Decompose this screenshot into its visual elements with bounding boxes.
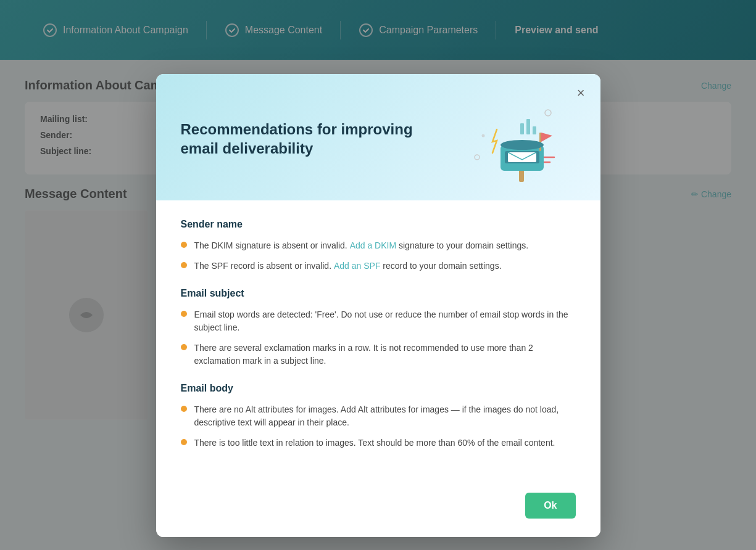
modal-title: Recommendations for improving email deli… xyxy=(181,120,415,158)
svg-point-13 xyxy=(501,140,544,150)
modal-body: Sender name The DKIM signature is absent… xyxy=(156,200,600,480)
bullet-icon xyxy=(181,242,187,248)
alt-attributes-text: There are no Alt attributes for images. … xyxy=(194,403,576,429)
stop-words-text: Email stop words are detected: 'Free'. D… xyxy=(194,308,576,334)
modal-footer: Ok xyxy=(156,480,600,537)
email-subject-section-title: Email subject xyxy=(181,288,576,299)
bullet-icon xyxy=(181,262,187,268)
email-body-list: There are no Alt attributes for images. … xyxy=(181,403,576,449)
list-item: The SPF record is absent or invalid. Add… xyxy=(181,260,576,273)
sender-name-section-title: Sender name xyxy=(181,219,576,230)
svg-rect-11 xyxy=(508,152,536,162)
email-body-section-title: Email body xyxy=(181,383,576,394)
svg-rect-4 xyxy=(526,119,530,134)
svg-point-1 xyxy=(545,110,551,116)
modal-close-button[interactable]: × xyxy=(574,83,588,103)
email-subject-list: Email stop words are detected: 'Free'. D… xyxy=(181,308,576,367)
svg-point-2 xyxy=(475,155,480,160)
modal-header: Recommendations for improving email deli… xyxy=(156,74,600,200)
svg-rect-12 xyxy=(539,133,541,151)
spf-text: The SPF record is absent or invalid. Add… xyxy=(194,260,502,273)
dkim-link[interactable]: Add a DKIM xyxy=(350,240,399,250)
bullet-icon xyxy=(181,311,187,317)
list-item: There are no Alt attributes for images. … xyxy=(181,403,576,429)
svg-point-14 xyxy=(481,134,484,138)
ok-button[interactable]: Ok xyxy=(525,493,575,519)
dkim-text: The DKIM signature is absent or invalid.… xyxy=(194,239,529,252)
sender-name-list: The DKIM signature is absent or invalid.… xyxy=(181,239,576,273)
spf-link[interactable]: Add an SPF xyxy=(334,261,383,271)
recommendations-modal: Recommendations for improving email deli… xyxy=(156,74,600,537)
list-item: Email stop words are detected: 'Free'. D… xyxy=(181,308,576,334)
svg-rect-3 xyxy=(520,123,524,134)
list-item: There is too little text in relation to … xyxy=(181,437,576,449)
exclamation-text: There are several exclamation marks in a… xyxy=(194,342,576,367)
svg-rect-5 xyxy=(533,126,536,134)
bullet-icon xyxy=(181,439,187,445)
list-item: The DKIM signature is absent or invalid.… xyxy=(181,239,576,252)
mailbox-illustration xyxy=(452,96,576,182)
bullet-icon xyxy=(181,406,187,412)
list-item: There are several exclamation marks in a… xyxy=(181,342,576,367)
text-ratio-text: There is too little text in relation to … xyxy=(194,437,555,449)
bullet-icon xyxy=(181,344,187,350)
